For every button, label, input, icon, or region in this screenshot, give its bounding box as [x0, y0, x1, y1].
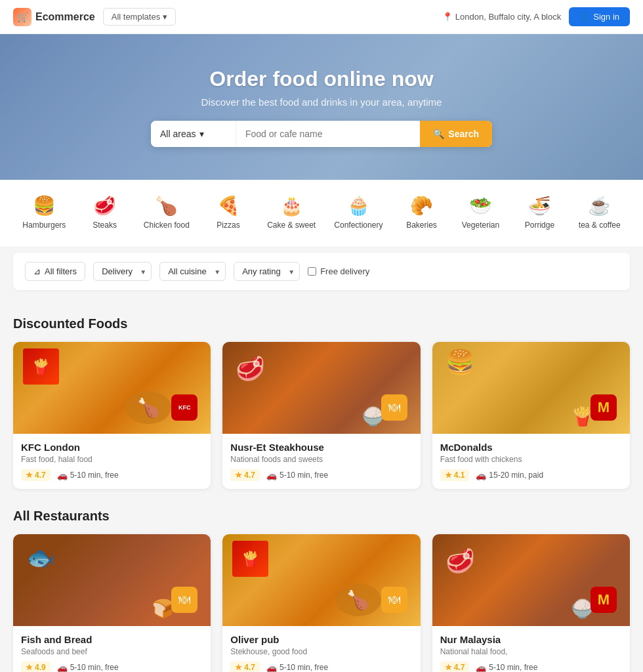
search-label: Search	[448, 129, 479, 139]
delivery-text: 5-10 min, free	[280, 471, 328, 480]
delivery-text: 15-20 min, paid	[489, 471, 543, 480]
categories-bar: 🍔 Hamburgers 🥩 Steaks 🍗 Chicken food 🍕 P…	[0, 180, 643, 247]
car-icon: 🚗	[476, 663, 486, 673]
restaurant-name: Oliver pub	[230, 634, 412, 645]
restaurant-card[interactable]: 🥩 🍚 🍽 Nusr-Et Steakhouse National foods …	[222, 342, 420, 489]
category-label: Chicken food	[144, 220, 190, 230]
free-delivery-filter[interactable]: Free delivery	[308, 266, 369, 276]
all-restaurants-grid: 🐟 🍞 🍽 Fish and Bread Seafoods and beef ★…	[13, 534, 630, 672]
rating-select[interactable]: Any rating	[234, 262, 300, 281]
car-icon: 🚗	[57, 663, 68, 673]
category-item-steaks[interactable]: 🥩 Steaks	[75, 192, 135, 235]
restaurant-card[interactable]: 🍟 🍗 🍽 Oliver pub Stekhouse, good food ★ …	[222, 534, 420, 672]
category-item-chicken-food[interactable]: 🍗 Chicken food	[135, 192, 199, 235]
template-label: All templates	[112, 12, 160, 22]
category-icon: 🥩	[93, 197, 116, 215]
card-meta: ★ 4.7 🚗 5-10 min, free	[21, 469, 203, 481]
restaurant-card[interactable]: 🍟 🍗 KFC KFC London Fast food, halal food…	[13, 342, 211, 489]
delivery-select[interactable]: Delivery	[93, 262, 152, 281]
hero-title: Order food online now	[151, 67, 492, 91]
discounted-grid: 🍟 🍗 KFC KFC London Fast food, halal food…	[13, 342, 630, 489]
rating-value: 4.7	[35, 471, 46, 480]
category-label: Vegeterian	[462, 220, 499, 230]
category-item-pizzas[interactable]: 🍕 Pizzas	[199, 192, 258, 235]
category-icon: 🧁	[347, 197, 370, 215]
delivery-info: 🚗 5-10 min, free	[57, 663, 119, 673]
filters-wrapper: ⊿ All filters Delivery All cuisine Any r…	[13, 253, 630, 290]
header-right: 📍 London, Buffalo city, A block 👤 Sign i…	[442, 7, 630, 26]
card-info: KFC London Fast food, halal food ★ 4.7 🚗…	[13, 434, 211, 489]
restaurant-name: Nur Malaysia	[440, 634, 622, 645]
all-filters-button[interactable]: ⊿ All filters	[25, 262, 85, 281]
location-pin-icon: 📍	[442, 12, 453, 22]
category-item-vegeterian[interactable]: 🥗 Vegeterian	[451, 192, 510, 235]
star-icon: ★	[445, 663, 452, 672]
category-item-bakeries[interactable]: 🥐 Bakeries	[392, 192, 451, 235]
main-content: Discounted Foods 🍟 🍗 KFC KFC London Fast…	[0, 303, 643, 672]
template-chevron-icon: ▾	[163, 12, 167, 22]
rating-badge: ★ 4.7	[230, 662, 260, 672]
brand-name: Ecommerce	[35, 11, 95, 23]
rating-value: 4.1	[454, 471, 465, 480]
restaurant-card[interactable]: 🐟 🍞 🍽 Fish and Bread Seafoods and beef ★…	[13, 534, 211, 672]
category-item-confectionery[interactable]: 🧁 Confectionery	[325, 192, 392, 235]
rating-select-wrapper: Any rating	[234, 262, 300, 281]
rating-badge: ★ 4.1	[440, 469, 470, 481]
card-info: Nur Malaysia National halal food, ★ 4.7 …	[432, 626, 630, 672]
card-info: Fish and Bread Seafoods and beef ★ 4.9 🚗…	[13, 626, 211, 672]
card-image: 🍟 🍗 🍽	[222, 534, 420, 626]
delivery-select-wrapper: Delivery	[93, 262, 152, 281]
area-select[interactable]: All areas ▾	[151, 121, 236, 147]
category-label: tea & coffee	[579, 220, 621, 230]
category-label: Cake & sweet	[267, 220, 316, 230]
category-icon: 🍗	[155, 197, 178, 215]
filter-funnel-icon: ⊿	[33, 266, 41, 276]
card-image: 🥩 🍚 M	[432, 534, 630, 626]
category-icon: 🎂	[280, 197, 303, 215]
free-delivery-checkbox[interactable]	[308, 267, 316, 276]
hero-section: Order food online now Discover the best …	[0, 34, 643, 180]
discounted-title: Discounted Foods	[13, 316, 630, 331]
all-restaurants-title: All Restaurants	[13, 509, 630, 524]
delivery-text: 5-10 min, free	[280, 663, 328, 672]
restaurant-card[interactable]: 🥩 🍚 M Nur Malaysia National halal food, …	[432, 534, 630, 672]
delivery-text: 5-10 min, free	[70, 471, 119, 480]
category-icon: ☕	[588, 197, 611, 215]
category-item-cake-&-sweet[interactable]: 🎂 Cake & sweet	[258, 192, 325, 235]
template-button[interactable]: All templates ▾	[103, 8, 176, 26]
car-icon: 🚗	[57, 471, 68, 480]
card-info: McDonalds Fast food with chickens ★ 4.1 …	[432, 434, 630, 489]
category-icon: 🍕	[217, 197, 240, 215]
location-text: London, Buffalo city, A block	[455, 12, 561, 22]
delivery-text: 5-10 min, free	[70, 663, 119, 672]
card-meta: ★ 4.7 🚗 5-10 min, free	[230, 662, 412, 672]
category-item-porridge[interactable]: 🍜 Porridge	[510, 192, 569, 235]
area-select-value: All areas	[160, 129, 196, 139]
category-icon: 🥗	[469, 197, 492, 215]
star-icon: ★	[235, 663, 242, 672]
search-icon: 🔍	[433, 129, 444, 139]
signin-button[interactable]: 👤 Sign in	[569, 7, 630, 26]
category-icon: 🍜	[528, 197, 551, 215]
category-item-tea-&-coffee[interactable]: ☕ tea & coffee	[569, 192, 630, 235]
rating-badge: ★ 4.7	[440, 662, 470, 672]
delivery-info: 🚗 15-20 min, paid	[476, 471, 543, 480]
search-button[interactable]: 🔍 Search	[420, 121, 492, 147]
hero-subtitle: Discover the best food and drinks in you…	[151, 96, 492, 108]
cuisine-select[interactable]: All cuisine	[159, 262, 226, 281]
location-display: 📍 London, Buffalo city, A block	[442, 12, 561, 22]
header-left: 🛒 Ecommerce All templates ▾	[13, 8, 176, 26]
restaurant-desc: National foods and sweets	[230, 455, 412, 464]
category-label: Steaks	[93, 220, 117, 230]
logo: 🛒 Ecommerce	[13, 8, 95, 26]
hero-search-bar: All areas ▾ 🔍 Search	[151, 121, 492, 147]
restaurant-card[interactable]: 🍔 🍟 M McDonalds Fast food with chickens …	[432, 342, 630, 489]
food-search-input[interactable]	[236, 121, 420, 147]
category-item-hamburgers[interactable]: 🍔 Hamburgers	[13, 192, 75, 235]
delivery-info: 🚗 5-10 min, free	[57, 471, 119, 480]
restaurant-name: KFC London	[21, 442, 203, 453]
card-meta: ★ 4.1 🚗 15-20 min, paid	[440, 469, 622, 481]
delivery-text: 5-10 min, free	[489, 663, 537, 672]
signin-label: Sign in	[593, 12, 619, 22]
category-label: Hamburgers	[22, 220, 66, 230]
